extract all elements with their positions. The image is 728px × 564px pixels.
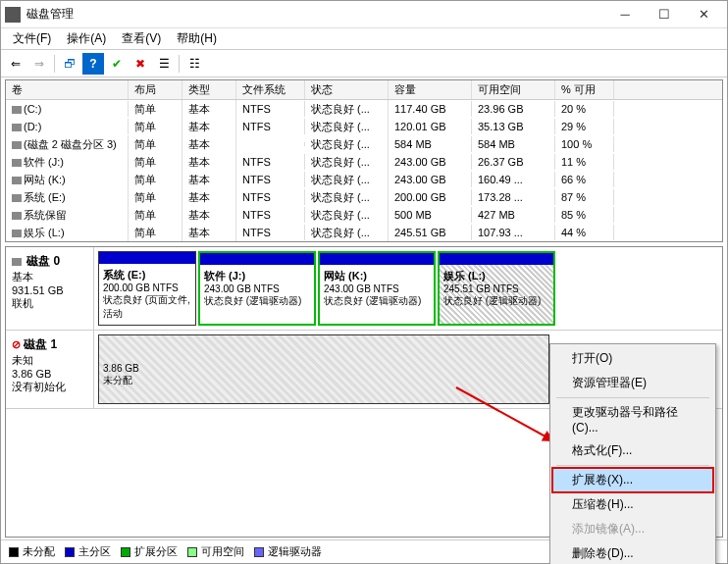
column-header[interactable]: 容量 [389, 80, 472, 99]
table-cell: 基本 [182, 100, 236, 119]
column-header[interactable]: 类型 [182, 80, 236, 99]
partition[interactable]: 软件 (J:)243.00 GB NTFS状态良好 (逻辑驱动器) [198, 251, 316, 326]
menu-item[interactable]: 查看(V) [114, 28, 169, 49]
table-cell: 网站 (K:) [6, 171, 129, 189]
partition-header [200, 253, 314, 265]
partition[interactable]: 网站 (K:)243.00 GB NTFS状态良好 (逻辑驱动器) [318, 251, 436, 326]
table-cell: 200.00 GB [389, 189, 472, 205]
context-menu-item[interactable]: 扩展卷(X)... [552, 468, 713, 492]
table-cell: 简单 [129, 135, 182, 154]
legend-item: 未分配 [9, 544, 55, 559]
table-body: (C:)简单基本NTFS状态良好 (...117.40 GB23.96 GB20… [6, 100, 722, 241]
column-header[interactable]: % 可用 [555, 80, 614, 99]
partition-body: 3.86 GB未分配 [99, 347, 548, 403]
table-cell: 500 MB [389, 207, 472, 223]
refresh-button[interactable]: 🗗 [59, 53, 80, 75]
table-cell: 软件 (J:) [6, 153, 129, 172]
toolbar: ⇐ ⇒ 🗗 ? ✔ ✖ ☰ ☷ [1, 50, 727, 77]
column-header[interactable]: 文件系统 [236, 80, 305, 99]
table-row[interactable]: (磁盘 2 磁盘分区 3)简单基本状态良好 (...584 MB584 MB10… [6, 135, 722, 153]
table-cell: 173.28 ... [472, 189, 555, 205]
table-cell: 20 % [555, 101, 614, 117]
table-cell: 状态良好 (... [305, 153, 389, 172]
legend-label: 未分配 [23, 544, 55, 559]
table-row[interactable]: (D:)简单基本NTFS状态良好 (...120.01 GB35.13 GB29… [6, 118, 722, 135]
menu-item[interactable]: 文件(F) [5, 28, 59, 49]
view-button[interactable]: ☷ [183, 53, 205, 75]
forward-button[interactable]: ⇒ [28, 53, 50, 75]
menu-item[interactable]: 帮助(H) [169, 28, 225, 49]
column-header[interactable]: 状态 [305, 80, 389, 99]
table-row[interactable]: 软件 (J:)简单基本NTFS状态良好 (...243.00 GB26.37 G… [6, 153, 722, 171]
partition-body: 系统 (E:)200.00 GB NTFS状态良好 (页面文件, 活动 [99, 264, 195, 325]
help-button[interactable]: ? [82, 53, 104, 75]
context-menu-item[interactable]: 更改驱动器号和路径(C)... [552, 400, 713, 438]
maximize-button[interactable]: ☐ [645, 2, 684, 27]
table-cell: 107.93 ... [472, 225, 555, 240]
table-cell: 基本 [182, 171, 236, 189]
partition[interactable]: 系统 (E:)200.00 GB NTFS状态良好 (页面文件, 活动 [98, 251, 196, 326]
table-row[interactable]: 系统 (E:)简单基本NTFS状态良好 (...200.00 GB173.28 … [6, 188, 722, 206]
table-cell: 584 MB [389, 136, 472, 152]
back-button[interactable]: ⇐ [5, 53, 26, 75]
table-row[interactable]: 系统保留简单基本NTFS状态良好 (...500 MB427 MB85 % [6, 206, 722, 224]
table-cell: 26.37 GB [472, 154, 555, 170]
disk-label[interactable]: ⊘ 磁盘 1未知3.86 GB没有初始化 [6, 331, 94, 408]
table-cell: 基本 [182, 153, 236, 172]
separator [179, 55, 180, 73]
table-cell: 基本 [182, 206, 236, 225]
disk-label[interactable]: 磁盘 0基本931.51 GB联机 [6, 247, 94, 330]
table-cell: 23.96 GB [472, 101, 555, 117]
volume-icon [12, 230, 22, 237]
table-row[interactable]: 网站 (K:)简单基本NTFS状态良好 (...243.00 GB160.49 … [6, 171, 722, 188]
table-cell: 245.51 GB [389, 225, 472, 240]
column-header[interactable]: 卷 [6, 80, 129, 99]
disk-row: 磁盘 0基本931.51 GB联机系统 (E:)200.00 GB NTFS状态… [6, 247, 722, 331]
partition[interactable]: 娱乐 (L:)245.51 GB NTFS状态良好 (逻辑驱动器) [438, 251, 555, 326]
table-cell: 基本 [182, 224, 236, 242]
table-cell: 11 % [555, 154, 614, 170]
context-menu: 打开(O)资源管理器(E)更改驱动器号和路径(C)...格式化(F)...扩展卷… [549, 343, 716, 564]
partition-body: 软件 (J:)243.00 GB NTFS状态良好 (逻辑驱动器) [200, 265, 314, 324]
legend-box [254, 547, 264, 557]
column-header[interactable]: 布局 [129, 80, 182, 99]
column-header[interactable]: 可用空间 [472, 80, 555, 99]
action-button[interactable]: ✔ [106, 53, 128, 75]
table-cell: NTFS [236, 101, 305, 117]
properties-button[interactable]: ☰ [153, 53, 175, 75]
partition[interactable]: 3.86 GB未分配 [98, 334, 549, 404]
table-cell: 简单 [129, 171, 182, 189]
context-menu-item[interactable]: 压缩卷(H)... [552, 492, 713, 517]
table-cell: 160.49 ... [472, 172, 555, 187]
table-cell: (磁盘 2 磁盘分区 3) [6, 135, 129, 154]
delete-button[interactable]: ✖ [130, 53, 151, 75]
table-row[interactable]: 娱乐 (L:)简单基本NTFS状态良好 (...245.51 GB107.93 … [6, 224, 722, 241]
table-cell: 66 % [555, 172, 614, 187]
context-menu-item[interactable]: 格式化(F)... [552, 438, 713, 463]
legend-box [65, 547, 75, 557]
table-cell: NTFS [236, 189, 305, 205]
legend-label: 逻辑驱动器 [268, 544, 322, 559]
context-menu-item: 添加镜像(A)... [552, 517, 713, 541]
volume-table: 卷布局类型文件系统状态容量可用空间% 可用 (C:)简单基本NTFS状态良好 (… [5, 79, 723, 242]
table-cell: 120.01 GB [389, 119, 472, 134]
close-button[interactable]: ✕ [684, 2, 723, 27]
legend-label: 主分区 [78, 544, 111, 559]
table-cell: 100 % [555, 136, 614, 152]
table-cell: 584 MB [472, 136, 555, 152]
menu-item[interactable]: 操作(A) [59, 28, 114, 49]
table-cell: 基本 [182, 118, 236, 136]
minimize-button[interactable]: ─ [605, 2, 645, 27]
table-cell: 85 % [555, 207, 614, 223]
table-cell: 状态良好 (... [305, 188, 389, 207]
context-menu-item[interactable]: 删除卷(D)... [552, 541, 713, 564]
table-cell: 娱乐 (L:) [6, 224, 129, 242]
table-cell: 状态良好 (... [305, 224, 389, 242]
legend-label: 可用空间 [201, 544, 244, 559]
context-menu-item[interactable]: 打开(O) [552, 346, 713, 371]
table-cell: 简单 [129, 224, 182, 242]
context-menu-item[interactable]: 资源管理器(E) [552, 371, 713, 395]
table-cell: NTFS [236, 225, 305, 240]
table-row[interactable]: (C:)简单基本NTFS状态良好 (...117.40 GB23.96 GB20… [6, 100, 722, 118]
legend-box [187, 547, 197, 557]
